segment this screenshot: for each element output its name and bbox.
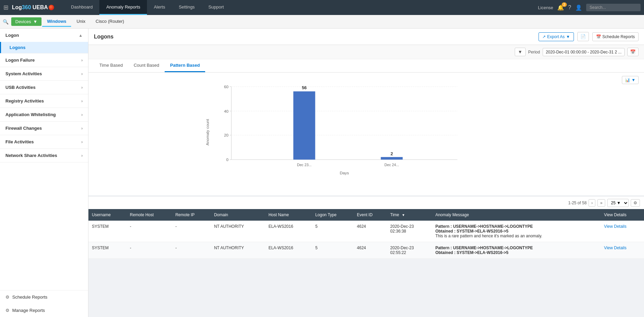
chevron-right-icon-1: › bbox=[81, 58, 83, 63]
view-details-link-1[interactable]: View Details bbox=[604, 224, 627, 229]
cell-host-name-1: ELA-WS2016 bbox=[265, 221, 312, 242]
sidebar-header-file-activities[interactable]: File Activities › bbox=[0, 135, 88, 148]
help-icon[interactable]: ? bbox=[568, 4, 571, 11]
chevron-right-icon-5: › bbox=[81, 112, 83, 117]
export-dropdown-icon: ▼ bbox=[566, 34, 570, 39]
sidebar-section-app-whitelisting: Application Whitelisting › bbox=[0, 108, 88, 122]
export-as-button[interactable]: ↗ Export As ▼ bbox=[539, 32, 574, 41]
cell-view-details-2[interactable]: View Details bbox=[601, 242, 644, 259]
col-header-time[interactable]: Time ▼ bbox=[387, 209, 432, 221]
nav-tab-dashboard[interactable]: Dashboard bbox=[64, 0, 100, 15]
schedule-reports-button[interactable]: 📅 Schedule Reports bbox=[592, 32, 639, 41]
filter-icon: ▼ bbox=[518, 49, 522, 54]
sidebar-header-usb-activities[interactable]: USB Activities › bbox=[0, 81, 88, 94]
cell-logon-type-1: 5 bbox=[312, 221, 353, 242]
chart-tab-count-based[interactable]: Count Based bbox=[128, 59, 165, 72]
chevron-up-icon: ▲ bbox=[79, 33, 83, 38]
cell-view-details-1[interactable]: View Details bbox=[601, 221, 644, 242]
view-details-link-2[interactable]: View Details bbox=[604, 245, 627, 250]
content-actions: ↗ Export As ▼ 📄 📅 Schedule Reports bbox=[539, 32, 639, 41]
chart-area: 📊 ▼ Anomaly count 60 40 bbox=[88, 73, 644, 195]
nav-tab-settings[interactable]: Settings bbox=[172, 0, 201, 15]
user-icon[interactable]: 👤 bbox=[575, 4, 582, 11]
sub-nav-tab-unix[interactable]: Unix bbox=[72, 17, 90, 27]
table-header-row: Username Remote Host Remote IP Domain Ho… bbox=[88, 209, 644, 221]
cell-host-name-2: ELA-WS2016 bbox=[265, 242, 312, 259]
app-grid-icon[interactable]: ⊞ bbox=[3, 4, 9, 11]
next-page-button[interactable]: › bbox=[589, 199, 595, 207]
sub-nav-tab-windows[interactable]: Windows bbox=[42, 17, 71, 27]
main-nav-tabs: Dashboard Anomaly Reports Alerts Setting… bbox=[64, 0, 231, 15]
col-header-host-name: Host Name bbox=[265, 209, 312, 221]
cell-remote-host-2: - bbox=[127, 242, 172, 259]
col-header-anomaly-message: Anomaly Message bbox=[432, 209, 601, 221]
col-header-logon-type: Logon Type bbox=[312, 209, 353, 221]
bar-dec24-label: 2 bbox=[391, 151, 393, 156]
cell-username-1: SYSTEM bbox=[88, 221, 127, 242]
page-size-select[interactable]: 25 ▼ 50 100 bbox=[607, 199, 629, 207]
filter-bar: ▼ Period 2020-Dec-01 00:00:00 - 2020-Dec… bbox=[88, 45, 644, 59]
sidebar-section-network-label: Network Share Activities bbox=[5, 153, 57, 158]
nav-tab-anomaly-reports[interactable]: Anomaly Reports bbox=[99, 0, 147, 15]
sidebar-section-registry-activities: Registry Activities › bbox=[0, 94, 88, 108]
sidebar-item-logons[interactable]: Logons bbox=[0, 42, 88, 53]
col-header-view-details: View Details bbox=[601, 209, 644, 221]
calendar-button[interactable]: 📅 bbox=[627, 48, 639, 56]
file-icon-button[interactable]: 📄 bbox=[577, 32, 589, 41]
sidebar-header-firewall-changes[interactable]: Firewall Changes › bbox=[0, 122, 88, 135]
sidebar-section-logon-label: Logon bbox=[5, 33, 19, 38]
brand-name-log: Log bbox=[12, 4, 22, 11]
chevron-right-icon-2: › bbox=[81, 72, 83, 76]
cell-time-1: 2020-Dec-2302:36:38 bbox=[387, 221, 432, 242]
last-page-button[interactable]: » bbox=[597, 199, 605, 207]
cell-remote-ip-2: - bbox=[172, 242, 211, 259]
table-row: SYSTEM - - NT AUTHORITY ELA-WS2016 5 462… bbox=[88, 221, 644, 242]
bar-dec23 bbox=[293, 91, 315, 159]
brand-dot-icon bbox=[49, 5, 54, 10]
chevron-right-icon-6: › bbox=[81, 126, 83, 131]
y-tick-60: 60 bbox=[224, 84, 229, 89]
nav-tab-support[interactable]: Support bbox=[201, 0, 231, 15]
sidebar-header-app-whitelisting[interactable]: Application Whitelisting › bbox=[0, 108, 88, 121]
sidebar-header-logon-failure[interactable]: Logon Failure › bbox=[0, 53, 88, 67]
chart-tab-pattern-based[interactable]: Pattern Based bbox=[165, 59, 205, 72]
table-wrapper: 1-25 of 58 › » 25 ▼ 50 100 ⚙ Username Re… bbox=[88, 196, 644, 259]
sidebar: Logon ▲ Logons Logon Failure › System Ac… bbox=[0, 29, 88, 317]
column-settings-button[interactable]: ⚙ bbox=[631, 199, 640, 207]
schedule-reports-link[interactable]: ⚙ Schedule Reports bbox=[0, 290, 88, 304]
content-area: Logons ↗ Export As ▼ 📄 📅 Schedule Report… bbox=[88, 29, 644, 317]
schedule-reports-gear-icon: ⚙ bbox=[5, 295, 10, 300]
main-layout: Logon ▲ Logons Logon Failure › System Ac… bbox=[0, 29, 644, 317]
cell-event-id-1: 4624 bbox=[353, 221, 387, 242]
notification-bell[interactable]: 🔔 3 bbox=[557, 4, 564, 11]
filter-button[interactable]: ▼ bbox=[515, 48, 525, 56]
nav-tab-alerts[interactable]: Alerts bbox=[147, 0, 172, 15]
device-selector-button[interactable]: Devices ▼ bbox=[11, 17, 42, 26]
sidebar-header-logon[interactable]: Logon ▲ bbox=[0, 29, 88, 42]
sub-search-icon[interactable]: 🔍 bbox=[3, 19, 9, 25]
sub-nav-tab-cisco[interactable]: Cisco (Router) bbox=[91, 17, 129, 27]
device-dropdown-icon: ▼ bbox=[33, 19, 37, 24]
period-label: Period bbox=[528, 50, 540, 54]
bar-dec23-label: 56 bbox=[302, 85, 307, 90]
sidebar-header-registry-activities[interactable]: Registry Activities › bbox=[0, 94, 88, 108]
brand-logo: Log360 UEBA bbox=[12, 4, 54, 11]
cell-time-2: 2020-Dec-2302:55:22 bbox=[387, 242, 432, 259]
top-navigation: ⊞ Log360 UEBA Dashboard Anomaly Reports … bbox=[0, 0, 644, 15]
bar-dec24-x-label: Dec 24... bbox=[384, 163, 399, 167]
page-title: Logons bbox=[94, 34, 114, 40]
manage-reports-link[interactable]: ⚙ Manage Reports bbox=[0, 304, 88, 317]
chart-type-button[interactable]: 📊 ▼ bbox=[622, 76, 639, 84]
chart-tab-time-based[interactable]: Time Based bbox=[94, 59, 128, 72]
sidebar-header-system-activities[interactable]: System Activities › bbox=[0, 67, 88, 80]
sidebar-header-network-share[interactable]: Network Share Activities › bbox=[0, 149, 88, 162]
y-tick-0: 0 bbox=[226, 157, 229, 162]
y-axis-label: Anomaly count bbox=[205, 119, 210, 146]
col-header-username: Username bbox=[88, 209, 127, 221]
col-header-remote-ip: Remote IP bbox=[172, 209, 211, 221]
data-table: Username Remote Host Remote IP Domain Ho… bbox=[88, 209, 644, 259]
sidebar-section-network-share: Network Share Activities › bbox=[0, 149, 88, 162]
chevron-right-icon-8: › bbox=[81, 153, 83, 158]
sidebar-section-firewall-label: Firewall Changes bbox=[5, 126, 42, 131]
global-search-input[interactable] bbox=[586, 4, 641, 11]
